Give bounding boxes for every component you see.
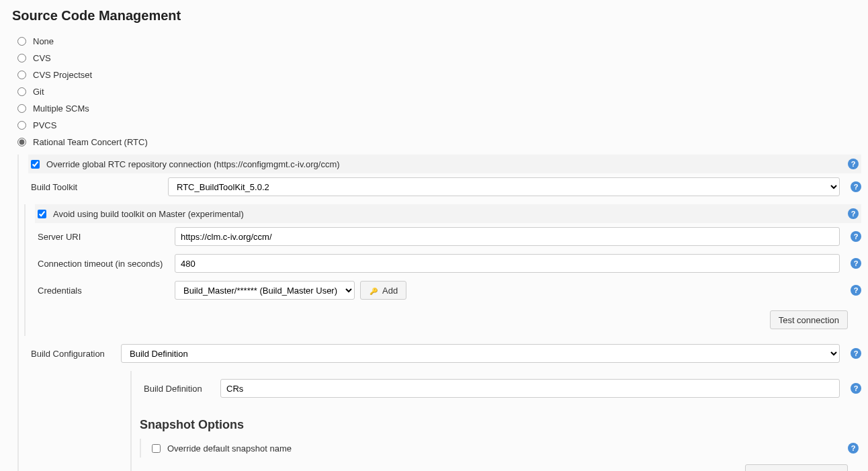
server-uri-label: Server URI bbox=[35, 232, 169, 242]
rtc-config-block: Override global RTC repository connectio… bbox=[17, 155, 861, 471]
snapshot-options-title: Snapshot Options bbox=[140, 418, 861, 432]
radio-label: None bbox=[33, 36, 54, 46]
radio-git[interactable] bbox=[17, 87, 26, 96]
radio-label: PVCS bbox=[33, 120, 56, 130]
key-icon bbox=[369, 287, 378, 294]
build-definition-block: Build Definition ? Snapshot Options Over… bbox=[130, 371, 861, 471]
validate-button-label: Validate Configuration bbox=[754, 469, 839, 472]
help-icon[interactable]: ? bbox=[848, 443, 859, 454]
override-snapshot-row: Override default snapshot name ? bbox=[149, 439, 861, 458]
build-config-row: Build Configuration Build Definition ? bbox=[28, 340, 861, 367]
radio-label: Git bbox=[33, 87, 44, 97]
override-connection-row: Override global RTC repository connectio… bbox=[28, 155, 861, 173]
scm-option-cvs-projectset[interactable]: CVS Projectset bbox=[17, 67, 861, 83]
page-title: Source Code Management bbox=[12, 8, 861, 24]
help-icon[interactable]: ? bbox=[851, 258, 861, 269]
add-credentials-button[interactable]: Add bbox=[360, 281, 406, 300]
radio-rtc[interactable] bbox=[17, 138, 26, 146]
build-config-label: Build Configuration bbox=[28, 349, 116, 359]
radio-label: CVS bbox=[33, 53, 51, 63]
help-icon[interactable]: ? bbox=[851, 383, 861, 394]
credentials-label: Credentials bbox=[35, 286, 169, 296]
scm-option-none[interactable]: None bbox=[17, 33, 861, 50]
radio-label: Multiple SCMs bbox=[33, 103, 89, 114]
build-definition-input[interactable] bbox=[220, 379, 840, 398]
build-toolkit-row: Build Toolkit RTC_BuildToolKit_5.0.2 ? bbox=[28, 173, 861, 200]
build-toolkit-label: Build Toolkit bbox=[28, 182, 163, 192]
radio-cvs[interactable] bbox=[17, 54, 26, 62]
scm-option-rtc[interactable]: Rational Team Concert (RTC) bbox=[17, 134, 861, 151]
build-definition-label: Build Definition bbox=[141, 384, 215, 394]
override-snapshot-label: Override default snapshot name bbox=[167, 443, 842, 454]
scm-option-multiple-scms[interactable]: Multiple SCMs bbox=[17, 100, 861, 117]
help-icon[interactable]: ? bbox=[848, 159, 859, 169]
timeout-input[interactable] bbox=[175, 254, 840, 273]
avoid-toolkit-row: Avoid using build toolkit on Master (exp… bbox=[35, 204, 861, 223]
avoid-toolkit-block: Avoid using build toolkit on Master (exp… bbox=[24, 204, 861, 336]
credentials-select[interactable]: Build_Master/****** (Build_Master User) bbox=[175, 281, 355, 300]
timeout-label: Connection timeout (in seconds) bbox=[35, 259, 169, 269]
scm-option-cvs[interactable]: CVS bbox=[17, 50, 861, 67]
validate-row: Validate Configuration bbox=[132, 458, 861, 471]
snapshot-options-block: Override default snapshot name ? bbox=[140, 439, 861, 458]
override-snapshot-checkbox[interactable] bbox=[152, 444, 161, 453]
build-definition-row: Build Definition ? bbox=[141, 375, 861, 402]
test-connection-button[interactable]: Test connection bbox=[770, 310, 848, 329]
credentials-row: Credentials Build_Master/****** (Build_M… bbox=[35, 277, 861, 304]
validate-configuration-button[interactable]: Validate Configuration bbox=[745, 464, 848, 471]
test-connection-label: Test connection bbox=[779, 315, 839, 325]
test-connection-row: Test connection bbox=[35, 304, 861, 336]
help-icon[interactable]: ? bbox=[851, 181, 861, 192]
scm-option-pvcs[interactable]: PVCS bbox=[17, 117, 861, 134]
timeout-row: Connection timeout (in seconds) ? bbox=[35, 250, 861, 277]
override-connection-checkbox[interactable] bbox=[31, 160, 40, 169]
avoid-toolkit-checkbox[interactable] bbox=[38, 210, 46, 218]
help-icon[interactable]: ? bbox=[848, 208, 859, 219]
help-icon[interactable]: ? bbox=[851, 231, 861, 242]
help-icon[interactable]: ? bbox=[851, 348, 861, 359]
avoid-toolkit-label: Avoid using build toolkit on Master (exp… bbox=[53, 209, 842, 219]
radio-label: Rational Team Concert (RTC) bbox=[33, 137, 148, 147]
build-toolkit-select[interactable]: RTC_BuildToolKit_5.0.2 bbox=[168, 177, 840, 196]
radio-label: CVS Projectset bbox=[33, 70, 92, 80]
build-config-select[interactable]: Build Definition bbox=[121, 344, 840, 363]
radio-cvs-projectset[interactable] bbox=[17, 71, 26, 79]
override-connection-label: Override global RTC repository connectio… bbox=[46, 159, 842, 169]
add-button-label: Add bbox=[382, 286, 398, 296]
server-uri-row: Server URI ? bbox=[35, 223, 861, 250]
scm-radio-group: None CVS CVS Projectset Git Multiple SCM… bbox=[12, 33, 861, 151]
server-uri-input[interactable] bbox=[175, 227, 840, 246]
radio-none[interactable] bbox=[17, 37, 26, 46]
help-icon[interactable]: ? bbox=[851, 285, 861, 296]
radio-pvcs[interactable] bbox=[17, 121, 26, 130]
scm-option-git[interactable]: Git bbox=[17, 83, 861, 100]
radio-multiple-scms[interactable] bbox=[17, 104, 26, 113]
